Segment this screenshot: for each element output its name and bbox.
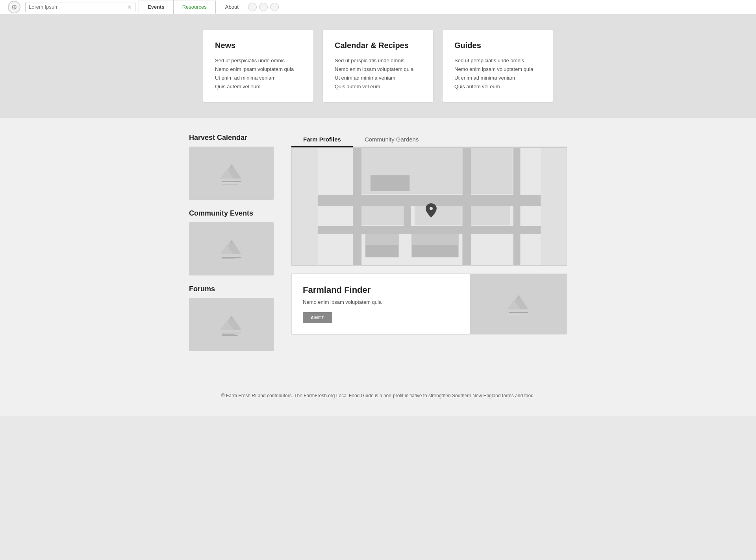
search-input[interactable] — [29, 4, 127, 10]
nav-circle-3[interactable] — [270, 3, 279, 11]
content-right: Farm Profiles Community Gardens — [291, 134, 567, 361]
svg-rect-14 — [353, 148, 361, 265]
nav-tabs: Events Resources — [139, 0, 216, 14]
content-tabs-bar: Farm Profiles Community Gardens — [291, 134, 567, 147]
nav-about-link[interactable]: About — [222, 4, 242, 10]
mountain-placeholder-icon-3 — [220, 313, 243, 336]
sidebar-forums-image — [189, 298, 274, 351]
main-inner: Harvest Calendar — [189, 134, 567, 361]
card-news[interactable]: News Sed ut perspiciatis unde omnis Nemo… — [203, 30, 313, 102]
svg-rect-15 — [462, 148, 471, 265]
nav-bar: ✕ Events Resources About — [0, 0, 756, 14]
svg-point-8 — [230, 241, 233, 244]
card-calendar-text: Sed ut perspiciatis unde omnis Nemo enim… — [335, 56, 421, 91]
svg-rect-22 — [415, 206, 461, 225]
tab-farm-profiles[interactable]: Farm Profiles — [291, 134, 353, 147]
main-section: Harvest Calendar — [0, 118, 756, 384]
svg-rect-21 — [361, 206, 408, 225]
svg-rect-20 — [318, 226, 541, 234]
map-container[interactable] — [291, 147, 567, 266]
farmland-title: Farmland Finder — [303, 285, 459, 295]
nav-circle-1[interactable] — [248, 3, 257, 11]
card-calendar-title: Calendar & Recipes — [335, 41, 421, 50]
mountain-placeholder-icon — [220, 162, 243, 184]
svg-rect-28 — [404, 206, 411, 226]
content-layout: Harvest Calendar — [189, 134, 567, 361]
nav-tab-resources[interactable]: Resources — [174, 0, 215, 14]
svg-rect-16 — [513, 148, 521, 265]
svg-rect-25 — [365, 234, 398, 245]
search-bar[interactable]: ✕ — [25, 2, 135, 12]
card-guides-title: Guides — [454, 41, 541, 50]
farmland-info: Farmland Finder Nemo enim ipsam voluptat… — [292, 274, 470, 334]
card-guides-text: Sed ut perspiciatis unde omnis Nemo enim… — [454, 56, 541, 91]
footer: © Farm Fresh RI and contributors. The Fa… — [0, 384, 756, 415]
tab-community-gardens[interactable]: Community Gardens — [353, 134, 431, 147]
sidebar-harvest-image — [189, 147, 274, 200]
sidebar-events-title: Community Events — [189, 209, 276, 218]
farmland-image-placeholder — [470, 274, 567, 334]
svg-point-33 — [517, 296, 520, 299]
svg-rect-19 — [371, 175, 410, 191]
svg-point-11 — [230, 317, 233, 319]
footer-text: © Farm Fresh RI and contributors. The Fa… — [221, 392, 535, 400]
nav-action-icons — [248, 3, 279, 11]
svg-point-30 — [430, 207, 433, 210]
sidebar: Harvest Calendar — [189, 134, 276, 361]
nav-tab-events[interactable]: Events — [139, 0, 174, 14]
nav-logo-button[interactable] — [8, 1, 20, 13]
sidebar-events-image — [189, 222, 274, 275]
card-news-title: News — [215, 41, 302, 50]
farmland-text: Nemo enim ipsam voluptatem quia — [303, 299, 459, 305]
map-svg — [292, 148, 567, 265]
nav-circle-2[interactable] — [259, 3, 268, 11]
svg-rect-18 — [471, 148, 512, 194]
svg-point-5 — [230, 166, 233, 168]
sidebar-harvest-title: Harvest Calendar — [189, 134, 276, 142]
hero-section: News Sed ut perspiciatis unde omnis Nemo… — [0, 14, 756, 118]
card-news-text: Sed ut perspiciatis unde omnis Nemo enim… — [215, 56, 302, 91]
svg-rect-27 — [411, 234, 458, 245]
card-guides[interactable]: Guides Sed ut perspiciatis unde omnis Ne… — [443, 30, 553, 102]
svg-rect-23 — [471, 206, 510, 225]
search-clear-icon[interactable]: ✕ — [127, 4, 132, 10]
card-calendar[interactable]: Calendar & Recipes Sed ut perspiciatis u… — [323, 30, 433, 102]
hero-cards-row: News Sed ut perspiciatis unde omnis Nemo… — [189, 30, 567, 102]
sidebar-forums-title: Forums — [189, 285, 276, 293]
farmland-finder-card: Farmland Finder Nemo enim ipsam voluptat… — [291, 273, 567, 335]
farmland-button[interactable]: AMET — [303, 312, 332, 323]
mountain-placeholder-icon-4 — [507, 293, 530, 315]
mountain-placeholder-icon-2 — [220, 238, 243, 260]
